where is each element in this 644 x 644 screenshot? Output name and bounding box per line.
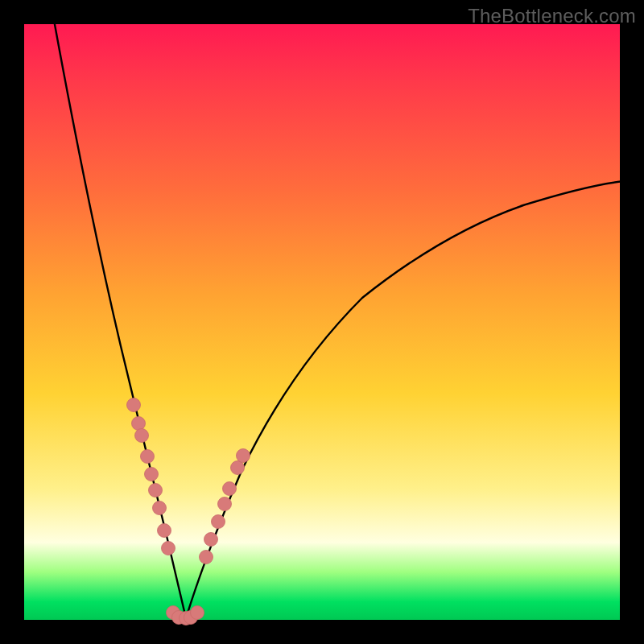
svg-point-12 — [218, 497, 232, 511]
svg-point-20 — [191, 606, 204, 620]
watermark: TheBottleneck.com — [468, 5, 636, 27]
svg-point-10 — [204, 533, 218, 547]
markers-right — [200, 449, 250, 564]
svg-point-15 — [237, 449, 250, 463]
svg-point-5 — [149, 484, 163, 497]
plot-area — [24, 24, 620, 620]
svg-point-3 — [141, 450, 155, 464]
svg-point-8 — [162, 542, 175, 555]
svg-point-9 — [200, 551, 213, 564]
svg-point-0 — [127, 398, 141, 412]
svg-point-6 — [153, 502, 167, 515]
curve-layer — [24, 24, 620, 620]
svg-point-7 — [158, 524, 171, 538]
markers-trough — [167, 606, 204, 625]
svg-point-4 — [145, 468, 159, 481]
svg-point-1 — [132, 417, 146, 431]
chart-frame: TheBottleneck.com — [0, 0, 644, 644]
curve-right-branch — [186, 181, 624, 618]
svg-point-14 — [231, 461, 245, 475]
svg-point-2 — [135, 429, 149, 443]
svg-point-13 — [223, 482, 237, 496]
markers-left — [127, 398, 175, 555]
svg-point-11 — [212, 515, 225, 529]
